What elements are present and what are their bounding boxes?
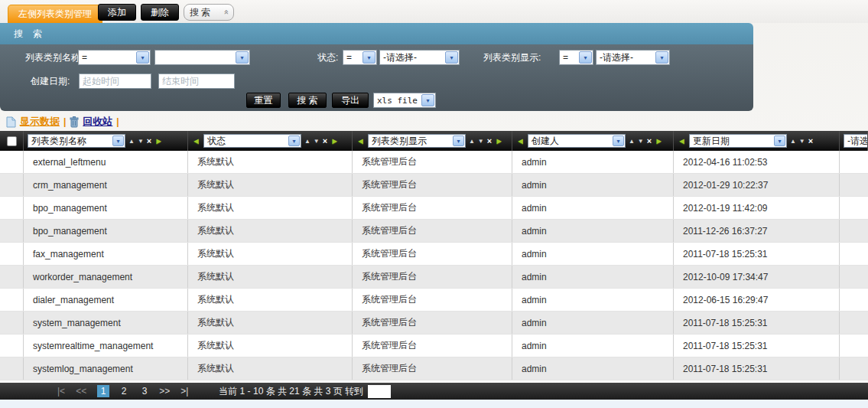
cell-status: 系统默认: [188, 220, 353, 242]
name-operator-select[interactable]: = ▾: [78, 50, 151, 65]
page-number-button[interactable]: 1: [97, 385, 109, 397]
chevron-down-icon: ▾: [655, 51, 668, 64]
sort-desc-icon[interactable]: ▼: [478, 138, 484, 145]
cell-status: 系统默认: [188, 151, 353, 173]
date-start-input[interactable]: [79, 73, 151, 89]
show-data-link[interactable]: 显示数据: [20, 115, 60, 129]
cell-extra: [840, 220, 868, 242]
move-column-left-icon[interactable]: ◄: [516, 136, 525, 145]
chevron-down-icon: ▾: [136, 51, 149, 64]
table-row[interactable]: fax_management系统默认系统管理后台admin2011-07-18 …: [0, 243, 868, 266]
sort-asc-icon[interactable]: ▲: [629, 138, 635, 145]
move-column-right-icon[interactable]: ►: [655, 136, 663, 145]
remove-column-icon[interactable]: ×: [323, 136, 327, 145]
row-checkbox-cell: [0, 312, 24, 334]
move-column-right-icon[interactable]: ►: [495, 136, 503, 145]
view-links-row: 显示数据 | 回收站 |: [6, 114, 119, 129]
table-row[interactable]: systemlog_management系统默认系统管理后台admin2011-…: [0, 357, 868, 380]
cell-status: 系统默认: [188, 357, 353, 380]
sort-asc-icon[interactable]: ▲: [128, 138, 135, 145]
search-panel-title: 搜 索: [0, 23, 753, 44]
search-toggle-button[interactable]: 搜 索 »: [184, 4, 234, 21]
table-row[interactable]: workorder_management系统默认系统管理后台admin2012-…: [0, 266, 868, 289]
chevron-down-icon: ▾: [774, 135, 785, 146]
status-value-select[interactable]: -请选择- ▾: [379, 50, 460, 65]
status-field-label: 状态:: [317, 50, 338, 65]
cell-status: 系统默认: [188, 335, 353, 357]
move-column-left-icon[interactable]: ◄: [192, 136, 200, 145]
delete-button[interactable]: 删除: [141, 4, 179, 21]
remove-column-icon[interactable]: ×: [487, 136, 492, 145]
goto-page-input[interactable]: [368, 385, 391, 398]
remove-column-icon[interactable]: ×: [647, 136, 652, 145]
column-field-select[interactable]: 状态▾: [203, 134, 301, 148]
move-column-left-icon[interactable]: ◄: [678, 136, 686, 145]
cell-display: 系统管理后台: [353, 151, 512, 173]
column-field-select[interactable]: 更新日期▾: [689, 134, 787, 148]
display-operator-select[interactable]: = ▾: [559, 50, 593, 65]
chevron-down-icon: ▾: [445, 51, 458, 64]
cell-status: 系统默认: [188, 174, 353, 196]
search-button[interactable]: 搜 索: [288, 93, 327, 108]
row-checkbox-cell: [0, 266, 24, 288]
sort-asc-icon[interactable]: ▲: [469, 138, 475, 145]
table-row[interactable]: dialer_management系统默认系统管理后台admin2012-06-…: [0, 289, 868, 312]
sort-asc-icon[interactable]: ▲: [790, 138, 796, 145]
status-operator-select[interactable]: = ▾: [343, 50, 377, 65]
name-value-select[interactable]: ▾: [154, 50, 250, 65]
cell-creator: admin: [512, 357, 674, 380]
move-column-right-icon[interactable]: ►: [154, 136, 163, 145]
table-row[interactable]: systemrealtime_management系统默认系统管理后台admin…: [0, 335, 868, 357]
cell-name: bpo_management: [24, 220, 188, 242]
column-field-select[interactable]: 列表类别显示▾: [368, 134, 466, 148]
chevron-down-icon: ▾: [288, 135, 300, 146]
last-page-button[interactable]: >|: [180, 386, 188, 397]
remove-column-icon[interactable]: ×: [808, 136, 813, 145]
select-all-checkbox[interactable]: [7, 136, 17, 146]
table-row[interactable]: bpo_management系统默认系统管理后台admin2012-01-19 …: [0, 197, 868, 220]
grid-header-cell: ◄状态▾▲▼×►: [188, 131, 353, 151]
add-button[interactable]: 添加: [98, 4, 136, 21]
sort-desc-icon[interactable]: ▼: [638, 138, 644, 145]
column-field-select[interactable]: -请选择-▾: [844, 134, 868, 148]
table-row[interactable]: external_leftmenu系统默认系统管理后台admin2012-04-…: [0, 151, 868, 174]
column-field-select[interactable]: 列表类别名称▾: [28, 134, 125, 148]
display-value-select[interactable]: -请选择- ▾: [596, 50, 670, 65]
date-end-input[interactable]: [158, 73, 235, 89]
search-toggle-label: 搜 索: [190, 6, 210, 19]
column-field-select[interactable]: 创建人▾: [528, 134, 626, 148]
page-number-button[interactable]: 3: [138, 385, 151, 397]
sort-asc-icon[interactable]: ▲: [304, 138, 310, 145]
sort-desc-icon[interactable]: ▼: [314, 138, 320, 145]
table-row[interactable]: bpo_management系统默认系统管理后台admin2011-12-26 …: [0, 220, 868, 243]
cell-extra: [840, 289, 868, 311]
cell-status: 系统默认: [188, 312, 353, 334]
sort-desc-icon[interactable]: ▼: [138, 138, 144, 145]
tab-left-list-category-management[interactable]: 左侧列表类别管理: [8, 5, 102, 23]
table-row[interactable]: system_management系统默认系统管理后台admin2011-07-…: [0, 312, 868, 335]
reset-button[interactable]: 重置: [246, 93, 281, 108]
export-format-select[interactable]: xls file ▾: [373, 93, 436, 108]
move-column-left-icon[interactable]: ◄: [356, 136, 365, 145]
chevron-down-icon: ▾: [112, 135, 124, 146]
recycle-bin-link[interactable]: 回收站: [83, 115, 112, 129]
move-column-right-icon[interactable]: ►: [330, 136, 339, 145]
cell-updated: 2011-07-18 15:25:31: [674, 243, 840, 265]
link-separator: |: [116, 116, 119, 127]
cell-display: 系统管理后台: [353, 197, 512, 219]
cell-extra: [840, 151, 868, 173]
row-checkbox-cell: [0, 197, 24, 219]
export-button[interactable]: 导出: [332, 93, 369, 108]
prev-page-button[interactable]: <<: [76, 386, 86, 397]
first-page-button[interactable]: |<: [57, 386, 65, 397]
sort-desc-icon[interactable]: ▼: [799, 138, 805, 145]
chevron-down-icon: ▾: [613, 135, 624, 146]
row-checkbox-cell: [0, 289, 24, 311]
cell-extra: [840, 174, 868, 196]
link-separator: |: [63, 116, 66, 127]
remove-column-icon[interactable]: ×: [147, 136, 151, 145]
next-page-button[interactable]: >>: [159, 386, 170, 397]
page-number-button[interactable]: 2: [118, 385, 130, 397]
cell-extra: [840, 335, 868, 357]
table-row[interactable]: crm_management系统默认系统管理后台admin2012-01-29 …: [0, 174, 868, 197]
